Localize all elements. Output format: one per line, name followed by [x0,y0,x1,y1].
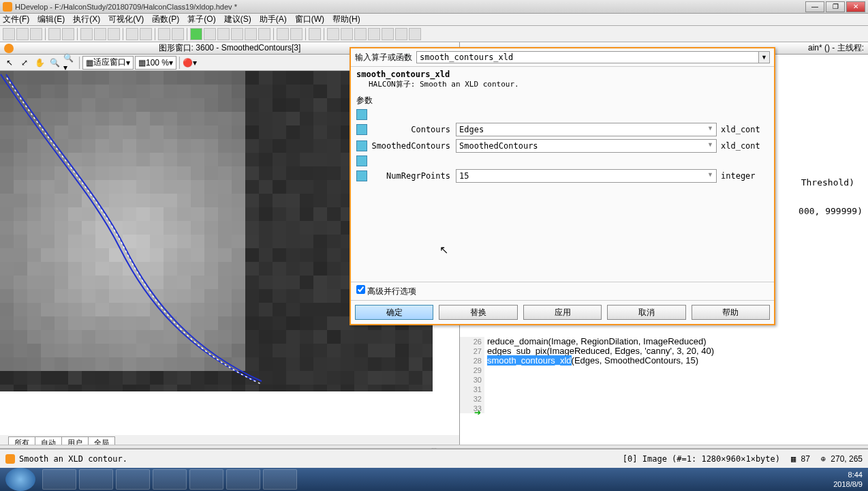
title-bar: HDevelop - F:/HalconStudy/20180709/Halco… [0,0,868,14]
assist1-button[interactable] [309,28,321,40]
stop-button[interactable] [290,28,303,40]
param-row: SmoothedContours ▼ xld_cont [356,139,769,153]
operator-subtitle: HALCON算子: Smooth an XLD contour. [369,79,769,89]
dialog-params: 参数 Contours ▼ xld_cont SmoothedContours … [351,92,774,282]
operator-name: smooth_contours_xld [356,70,769,79]
taskbar-item[interactable] [189,469,223,490]
step-into-button[interactable] [217,28,230,40]
param-input[interactable]: ▼ [456,139,717,153]
assist6-button[interactable] [382,28,394,40]
menu-bar: 文件(F)编辑(E)执行(X)可视化(V)函数(P)算子(O)建议(S)助手(A… [0,14,868,26]
menu-item[interactable]: 窗口(W) [295,14,324,25]
cancel-button[interactable]: 取消 [607,305,685,320]
param-name: NumRegrPoints [371,171,450,181]
menu-item[interactable]: 助手(A) [260,14,287,25]
close-button[interactable]: ✕ [846,1,865,12]
paste-button[interactable] [108,28,120,40]
params-label: 参数 [356,95,769,106]
save-button[interactable] [30,28,42,40]
param-row: Contours ▼ xld_cont [356,123,769,136]
advanced-checkbox[interactable] [356,285,365,294]
tray-time: 8:44 [833,470,863,479]
ok-button[interactable]: 确定 [355,305,433,320]
maximize-button[interactable]: ❐ [826,1,845,12]
print-button[interactable] [62,28,74,40]
globe-button[interactable] [172,28,184,40]
move-tool[interactable]: ⤢ [18,56,31,70]
skip-button[interactable] [258,28,270,40]
app-icon [3,2,12,12]
menu-item[interactable]: 帮助(H) [332,14,360,25]
apply-button[interactable]: 应用 [523,305,602,320]
param-type: xld_cont [721,141,769,151]
step-over-button[interactable] [245,28,257,40]
param-type: xld_cont [721,125,769,134]
param-icon [356,124,367,135]
new-button[interactable] [3,28,15,40]
window-title: HDevelop - F:/HalconStudy/20180709/Halco… [15,3,805,11]
status-message: Smooth an XLD contour. [19,454,612,464]
operator-dropdown-button[interactable]: ▼ [759,51,770,63]
step-out-button[interactable] [231,28,243,40]
minimize-button[interactable]: — [805,1,824,12]
thread-label: ain* () - 主线程: [808,42,864,54]
replace-button[interactable]: 替换 [439,305,517,320]
main-toolbar [0,26,868,42]
code-fragment-2: 000, 999999) [799,206,863,216]
start-button[interactable] [5,468,35,491]
run-button[interactable] [190,28,202,40]
param-icon [356,109,367,120]
assist7-button[interactable] [395,28,407,40]
zoom-combo[interactable]: ▦ 100 % ▾ [135,56,176,70]
param-type: integer [721,171,769,181]
record-button[interactable]: 🔴▾ [183,56,196,70]
param-input[interactable]: ▼ [456,123,717,136]
pointer-tool[interactable]: ↖ [3,56,16,70]
menu-item[interactable]: 可视化(V) [108,14,144,25]
graphics-title: 图形窗口: 3600 - SmoothedContours[3] [159,42,301,54]
menu-item[interactable]: 建议(S) [224,14,251,25]
assist8-button[interactable] [409,28,421,40]
redo-button[interactable] [140,28,152,40]
copy-button[interactable] [94,28,106,40]
system-tray[interactable]: 8:44 2018/8/9 [828,470,868,489]
assist3-button[interactable] [341,28,353,40]
zoom-dropdown[interactable]: 🔍▾ [63,56,76,70]
step-button[interactable] [204,28,216,40]
menu-item[interactable]: 文件(F) [3,14,29,25]
menu-item[interactable]: 算子(O) [187,14,215,25]
menu-item[interactable]: 函数(P) [152,14,179,25]
taskbar-item[interactable] [263,469,297,490]
operator-search-input[interactable] [416,51,759,63]
menu-item[interactable]: 编辑(E) [37,14,65,25]
advanced-options[interactable]: 高级并行选项 [351,282,774,300]
find-button[interactable] [158,28,170,40]
reset-button[interactable] [277,28,289,40]
tray-date: 2018/8/9 [833,479,863,489]
assist2-button[interactable] [327,28,339,40]
input-operator-label: 输入算子或函数 [355,52,412,63]
param-input[interactable]: ▼ [456,169,717,183]
taskbar-item[interactable] [153,469,187,490]
operator-dialog: 输入算子或函数 ▼ smooth_contours_xld HALCON算子: … [350,47,775,325]
cut-button[interactable] [80,28,93,40]
param-name: Contours [371,125,450,134]
taskbar-item[interactable] [116,469,150,490]
code-fragment-1: Threshold) [801,177,854,188]
menu-item[interactable]: 执行(X) [73,14,100,25]
hand-tool[interactable]: ✋ [33,56,46,70]
zoom-tool[interactable]: 🔍 [48,56,61,70]
undo-button[interactable] [126,28,138,40]
status-bar: Smooth an XLD contour. [0] Image (#=1: 1… [0,449,868,468]
help-button[interactable]: 帮助 [692,305,770,320]
open-button[interactable] [16,28,29,40]
fit-window-combo[interactable]: ▦ 适应窗口 ▾ [82,56,134,70]
assist4-button[interactable] [354,28,367,40]
assist5-button[interactable] [368,28,380,40]
status-image-info: [0] Image (#=1: 1280×960×1×byte) [623,454,780,464]
taskbar-item[interactable] [42,469,76,490]
taskbar-item[interactable] [226,469,260,490]
taskbar-item[interactable] [79,469,113,490]
status-count: ▦ 87 [791,454,810,464]
export-button[interactable] [48,28,61,40]
